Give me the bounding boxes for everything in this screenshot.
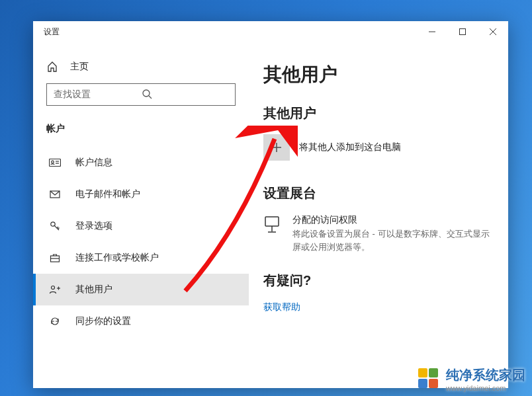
sidebar-item-label: 登录选项 (75, 220, 112, 232)
close-button[interactable] (478, 21, 508, 42)
kiosk-heading: 设置展台 (263, 184, 494, 202)
kiosk-title: 分配的访问权限 (292, 214, 491, 226)
get-help-link[interactable]: 获取帮助 (263, 301, 494, 313)
watermark: 纯净系统家园 www.yidaimei.com (418, 366, 525, 392)
other-users-icon (49, 284, 61, 295)
sidebar-item-work[interactable]: 连接工作或学校帐户 (33, 242, 249, 274)
window-body: 主页 查找设置 帐户 帐户信息 (33, 42, 508, 388)
search-icon (142, 89, 230, 101)
desktop-background: 设置 主页 查找设 (0, 0, 532, 396)
watermark-url: www.yidaimei.com (446, 384, 525, 392)
sidebar-item-label: 其他用户 (75, 284, 112, 296)
svg-point-4 (143, 90, 150, 97)
other-users-heading: 其他用户 (263, 104, 494, 122)
sync-icon (49, 316, 61, 327)
minimize-button[interactable] (417, 21, 447, 42)
kiosk-icon (263, 214, 286, 253)
sidebar: 主页 查找设置 帐户 帐户信息 (33, 42, 249, 388)
svg-point-14 (52, 286, 55, 290)
window-title: 设置 (44, 26, 60, 38)
email-icon (49, 189, 61, 200)
content-pane: 其他用户 其他用户 将其他人添加到这台电脑 设置展台 分配的访问权限 将此设 (249, 42, 508, 388)
sidebar-item-account-info[interactable]: 帐户信息 (33, 147, 249, 178)
kiosk-item[interactable]: 分配的访问权限 将此设备设置为展台 - 可以是数字标牌、交互式显示屏或公用浏览器… (263, 214, 494, 253)
sidebar-item-signin[interactable]: 登录选项 (33, 210, 249, 242)
sidebar-item-sync[interactable]: 同步你的设置 (33, 305, 249, 337)
sidebar-section-label: 帐户 (33, 118, 249, 147)
your-info-icon (49, 157, 61, 168)
plus-icon (263, 134, 290, 161)
briefcase-icon (49, 253, 61, 263)
svg-line-5 (149, 96, 152, 99)
key-icon (49, 221, 61, 231)
add-other-user-label: 将其他人添加到这台电脑 (299, 141, 401, 153)
svg-rect-1 (460, 29, 466, 35)
search-placeholder: 查找设置 (54, 89, 142, 100)
kiosk-description: 将此设备设置为展台 - 可以是数字标牌、交互式显示屏或公用浏览器等。 (292, 227, 491, 253)
sidebar-item-label: 帐户信息 (75, 157, 112, 169)
sidebar-item-other-users[interactable]: 其他用户 (33, 274, 249, 305)
sidebar-item-label: 电子邮件和帐户 (75, 188, 140, 200)
svg-point-11 (51, 222, 55, 226)
watermark-text: 纯净系统家园 (446, 368, 525, 382)
page-title: 其他用户 (263, 62, 494, 87)
svg-point-7 (52, 161, 54, 163)
home-link[interactable]: 主页 (33, 57, 249, 83)
home-icon (46, 61, 58, 72)
search-container: 查找设置 (33, 83, 249, 118)
window-titlebar: 设置 (33, 21, 508, 42)
svg-rect-6 (50, 159, 61, 167)
maximize-button[interactable] (447, 21, 478, 42)
settings-window: 设置 主页 查找设 (33, 21, 508, 388)
add-other-user[interactable]: 将其他人添加到这台电脑 (263, 134, 494, 161)
home-label: 主页 (70, 61, 89, 73)
help-heading: 有疑问? (263, 272, 494, 290)
sidebar-item-label: 连接工作或学校帐户 (75, 252, 159, 264)
sidebar-item-email[interactable]: 电子邮件和帐户 (33, 178, 249, 210)
watermark-logo (418, 368, 441, 391)
search-input[interactable]: 查找设置 (46, 83, 236, 106)
sidebar-item-label: 同步你的设置 (75, 315, 131, 327)
svg-rect-19 (265, 217, 279, 226)
